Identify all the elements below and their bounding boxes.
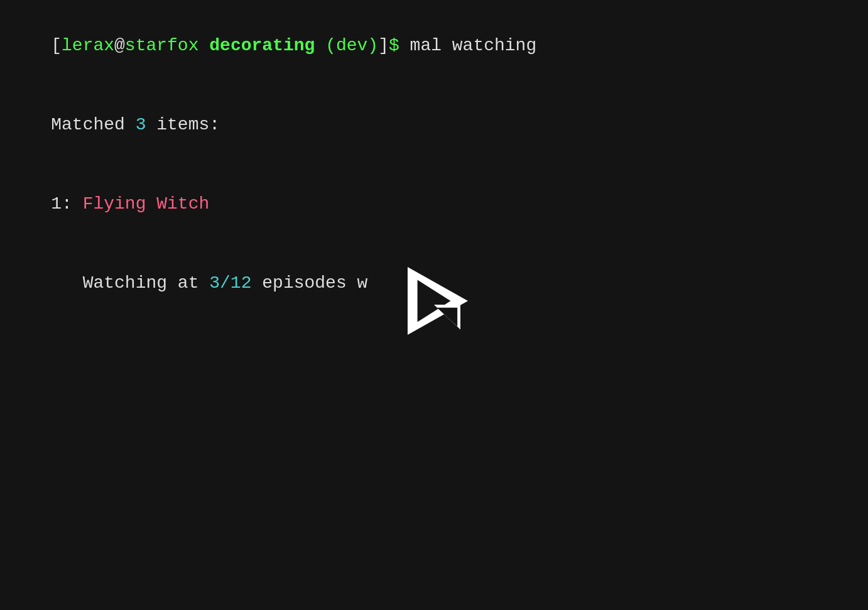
prompt-host: starfox <box>125 36 199 55</box>
watching-suffix: episodes w <box>251 273 367 293</box>
prompt-dollar: $ <box>389 36 399 55</box>
prompt-dir: decorating <box>209 36 315 55</box>
item-number: 1: <box>51 194 82 214</box>
prompt-space2 <box>315 36 325 55</box>
matched-text: Matched <box>51 115 135 134</box>
watching-prefix: Watching at <box>51 273 209 293</box>
prompt-user: lerax <box>62 36 114 55</box>
items-text: items: <box>146 115 220 134</box>
prompt-command: mal watching <box>399 36 536 55</box>
item-title-line: 1: Flying Witch <box>9 165 859 244</box>
prompt-branch: (dev) <box>325 36 378 55</box>
terminal-window: [lerax@starfox decorating (dev)]$ mal wa… <box>0 0 868 610</box>
matched-line: Matched 3 items: <box>9 85 859 165</box>
prompt-at: @ <box>114 36 125 55</box>
prompt-line: [lerax@starfox decorating (dev)]$ mal wa… <box>9 6 859 85</box>
item-title: Flying Witch <box>83 194 210 214</box>
prompt-space <box>198 36 209 55</box>
watching-progress: 3/12 <box>209 273 251 293</box>
close-bracket: ] <box>378 36 389 55</box>
play-icon <box>396 263 472 347</box>
matched-count: 3 <box>136 115 146 134</box>
open-bracket: [ <box>51 36 62 55</box>
play-icon-area <box>393 264 475 346</box>
